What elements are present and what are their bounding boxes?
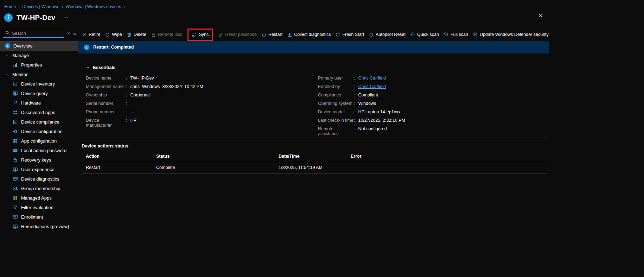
monitor-search-icon: [13, 91, 18, 96]
toolbar-button-wipe[interactable]: Wipe: [105, 32, 122, 37]
page-title: TW-HP-Dev: [17, 14, 55, 22]
toolbar-button-label: Reset passcode: [225, 32, 257, 37]
sidebar-group-monitor[interactable]: Monitor: [0, 70, 78, 79]
monitor-pulse-icon: [13, 176, 18, 182]
sidebar-item-hardware[interactable]: Hardware: [0, 98, 78, 108]
essentials-collapse-toggle[interactable]: Essentials: [86, 65, 549, 70]
device-actions-status-title: Device actions status: [82, 143, 549, 149]
sidebar-item-label: Properties: [21, 62, 42, 68]
sidebar-item-device-inventory[interactable]: Device inventory: [0, 79, 78, 89]
toolbar-button-label: Autopilot Reset: [376, 32, 406, 37]
sidebar-item-properties[interactable]: Properties: [0, 60, 78, 70]
sidebar-item-user-experience[interactable]: User experience: [0, 165, 78, 174]
sidebar-collapse-icon[interactable]: «: [73, 30, 76, 36]
table-cell: Complete: [152, 162, 274, 174]
sidebar-item-managed-apps[interactable]: Managed Apps: [0, 193, 78, 203]
breadcrumb-link-home[interactable]: Home: [4, 4, 16, 9]
sidebar-item-label: Managed Apps: [21, 195, 52, 201]
essentials-value: chris_Windows_8/28/2024_10:42 PM: [130, 84, 203, 89]
search-clear-icon[interactable]: ×: [67, 31, 70, 36]
sidebar-item-overview[interactable]: Overview: [0, 41, 78, 51]
defender-scan-icon: [410, 32, 415, 37]
sidebar-item-label: Device diagnostics: [21, 176, 59, 182]
toolbar-button-label: Full scan: [451, 32, 468, 37]
sidebar-item-device-query[interactable]: Device query: [0, 89, 78, 98]
sidebar-item-label: Recovery keys: [21, 157, 51, 163]
sidebar-item-enrollment[interactable]: Enrollment: [0, 212, 78, 222]
close-blade-button[interactable]: [538, 13, 543, 18]
toolbar-button-reset-passcode[interactable]: Reset passcode: [218, 32, 257, 37]
essentials-value-link[interactable]: Chris Canfield: [358, 76, 386, 81]
toolbar-button-delete[interactable]: Delete: [127, 32, 146, 37]
toolbar-button-restart[interactable]: Restart: [261, 32, 282, 37]
gear-icon: [13, 129, 18, 134]
breadcrumb-link-devices-windows[interactable]: Devices | Windows: [22, 4, 59, 9]
toolbar-button-quick-scan[interactable]: Quick scan: [410, 32, 439, 37]
funnel-icon: [13, 205, 18, 210]
sidebar-item-label: Device configuration: [21, 129, 63, 134]
grid-icon: [13, 110, 18, 115]
sidebar-group-manage[interactable]: Manage: [0, 51, 78, 60]
column-header-error[interactable]: Error: [346, 151, 547, 162]
sidebar-item-app-configuration[interactable]: App configuration: [0, 136, 78, 146]
checklist-icon: [13, 119, 18, 125]
columns-icon: [13, 62, 18, 68]
breadcrumb-separator: ›: [62, 4, 63, 9]
table-row[interactable]: RestartComplete1/8/2025, 11:54:19 AM: [82, 162, 547, 174]
essentials-row-device-model: Device model:HP Laptop 14-ep1xxx: [318, 109, 405, 118]
essentials-colon: :: [126, 93, 127, 97]
toolbar-button-autopilot-reset[interactable]: Autopilot Reset: [369, 32, 406, 37]
essentials-label: Compliance: [318, 93, 354, 97]
search-input[interactable]: [12, 31, 62, 36]
toolbar-button-full-scan[interactable]: Full scan: [444, 32, 468, 37]
sidebar-item-remediations-preview[interactable]: Remediations (preview): [0, 222, 78, 231]
toolbar-button-remote-lock[interactable]: Remote lock: [151, 32, 182, 37]
breadcrumb-link-windows-windows-devices[interactable]: Windows | Windows devices: [66, 4, 121, 9]
title-more-button[interactable]: [63, 15, 68, 20]
essentials-label: Operating system: [318, 101, 354, 106]
toolbar-button-collect-diagnostics[interactable]: Collect diagnostics: [287, 32, 331, 37]
essentials-value-link[interactable]: Chris Canfield: [358, 84, 386, 89]
sidebar-item-label: Overview: [13, 43, 32, 49]
sidebar-item-label: Hardware: [21, 100, 41, 106]
sidebar-item-discovered-apps[interactable]: Discovered apps: [0, 108, 78, 117]
toolbar-button-label: Retire: [89, 32, 100, 37]
sidebar-item-device-compliance[interactable]: Device compliance: [0, 117, 78, 127]
sidebar-item-recovery-keys[interactable]: Recovery keys: [0, 155, 78, 165]
toolbar-button-sync[interactable]: Sync: [187, 29, 213, 41]
essentials-label: Enrolled by: [318, 84, 354, 89]
banner-info-icon: [84, 45, 89, 50]
sidebar-item-label: User experience: [21, 167, 55, 172]
essentials-value: HP: [130, 118, 136, 123]
toolbar-button-fresh-start[interactable]: Fresh Start: [335, 32, 364, 37]
toolbar-button-retire[interactable]: Retire: [82, 32, 100, 37]
column-header-action[interactable]: Action: [82, 151, 152, 162]
essentials-row-serial-number: Serial number:: [86, 101, 318, 109]
flag-icon: [13, 100, 18, 106]
sidebar-nav: OverviewManagePropertiesMonitorDevice in…: [0, 41, 78, 231]
essentials-value: Not configured: [358, 126, 387, 131]
sidebar-item-device-configuration[interactable]: Device configuration: [0, 127, 78, 136]
sidebar-item-group-membership[interactable]: Group membership: [0, 184, 78, 193]
essentials-colon: :: [126, 76, 127, 81]
chevron-up-icon: [86, 65, 90, 70]
toolbar-button-update-windows-defender-security-intelligence[interactable]: Update Windows Defender security intelli…: [473, 32, 549, 37]
key-icon: [218, 32, 223, 37]
essentials-label: Primary user: [318, 76, 354, 81]
sidebar-item-filter-evaluation[interactable]: Filter evaluation: [0, 203, 78, 212]
essentials-row-device-name: Device name:TW-HP-Dev: [86, 76, 318, 84]
password-icon: [13, 148, 18, 153]
sidebar-item-device-diagnostics[interactable]: Device diagnostics: [0, 174, 78, 184]
chevron-down-icon: [5, 73, 9, 77]
column-header-status[interactable]: Status: [152, 151, 274, 162]
table-cell: Restart: [82, 162, 152, 174]
notification-banner: Restart: Completed: [78, 41, 549, 53]
toolbar-button-label: Update Windows Defender security intelli…: [480, 32, 549, 37]
sidebar-item-local-admin-password[interactable]: Local admin password: [0, 146, 78, 155]
device-actions-table: ActionStatusDate/TimeError RestartComple…: [82, 151, 547, 174]
essentials-label: Device manufacturer: [86, 118, 126, 128]
sidebar-group-label: Monitor: [12, 72, 27, 77]
sidebar-item-label: Filter evaluation: [21, 205, 53, 210]
blade-body: × « OverviewManagePropertiesMonitorDevic…: [0, 28, 549, 231]
column-header-date-time[interactable]: Date/Time: [274, 151, 346, 162]
